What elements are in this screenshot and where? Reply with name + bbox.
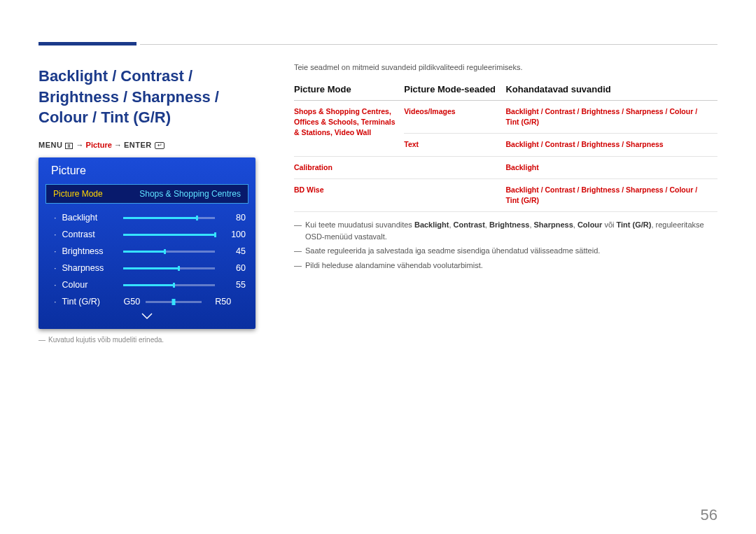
note-text: Saate reguleerida ja salvestada iga sead… — [305, 245, 600, 257]
bullet-icon: · — [54, 230, 56, 239]
note-term: Brightness — [489, 220, 529, 229]
table-row: Calibration Backlight — [294, 156, 718, 178]
chevron-down-icon[interactable] — [38, 310, 255, 323]
th-picture-mode: Picture Mode — [294, 81, 404, 101]
bullet-icon: · — [54, 263, 56, 273]
osd-selected-label: Picture Mode — [53, 189, 103, 199]
cell-seaded — [404, 178, 505, 211]
osd-footnote: ―Kuvatud kujutis võib mudeliti erineda. — [38, 336, 255, 344]
th-seaded: Picture Mode-seaded — [404, 81, 505, 101]
osd-row-value: 60 — [222, 263, 246, 273]
note-term: Sharpness — [534, 220, 573, 229]
osd-row-value: 100 — [222, 230, 246, 239]
osd-row-backlight[interactable]: · Backlight 80 — [38, 209, 255, 226]
note-term: Colour — [578, 220, 602, 229]
bullet-icon: · — [54, 213, 56, 223]
cell-mode-shops: Shops & Shopping Centres, Offices & Scho… — [294, 101, 404, 157]
header-divider — [140, 44, 718, 45]
cell-seaded: Videos/Images — [404, 101, 505, 134]
intro-text: Teie seadmel on mitmeid suvandeid pildik… — [294, 63, 718, 71]
osd-row-value: 45 — [222, 246, 246, 256]
osd-row-colour[interactable]: · Colour 55 — [38, 276, 255, 293]
osd-row-value: 80 — [222, 213, 246, 223]
cell-suvandid: Backlight / Contrast / Brightness / Shar… — [505, 101, 718, 134]
menu-picture: Picture — [86, 141, 112, 149]
enter-label: ENTER — [124, 141, 152, 149]
cell-seaded — [404, 156, 505, 178]
table-row: Shops & Shopping Centres, Offices & Scho… — [294, 101, 718, 134]
tint-g-value: G50 — [123, 297, 140, 307]
cell-seaded: Text — [404, 134, 505, 156]
cell-suvandid: Backlight — [505, 156, 718, 178]
note-text: Pildi heleduse alandamine vähendab voolu… — [305, 260, 483, 272]
arrow-icon: → — [114, 141, 122, 149]
osd-row-label: Colour — [62, 280, 123, 290]
enter-icon — [155, 142, 164, 149]
osd-row-label: Contrast — [62, 230, 123, 239]
slider-track[interactable] — [123, 234, 215, 236]
arrow-icon: → — [76, 141, 84, 149]
slider-track[interactable] — [123, 267, 215, 269]
bullet-icon: · — [54, 297, 56, 307]
menu-icon — [65, 143, 73, 149]
notes-block: ― Kui teete muudatusi suvandites Backlig… — [294, 219, 718, 271]
cell-suvandid: Backlight / Contrast / Brightness / Shar… — [505, 178, 718, 211]
table-row: BD Wise Backlight / Contrast / Brightnes… — [294, 178, 718, 211]
cell-suvandid: Backlight / Contrast / Brightness / Shar… — [505, 134, 718, 156]
page-number: 56 — [701, 506, 718, 524]
osd-row-contrast[interactable]: · Contrast 100 — [38, 226, 255, 243]
bullet-icon: · — [54, 280, 56, 290]
osd-row-tint[interactable]: · Tint (G/R) G50 R50 — [38, 293, 255, 310]
note-term: Contrast — [454, 220, 485, 229]
th-suvandid: Kohandatavad suvandid — [505, 81, 718, 101]
osd-row-label: Backlight — [62, 213, 123, 223]
menu-label: MENU — [38, 141, 62, 149]
bullet-icon: · — [54, 246, 56, 256]
modes-table: Picture Mode Picture Mode-seaded Kohanda… — [294, 81, 718, 212]
slider-track[interactable] — [123, 284, 215, 286]
cell-mode-calibration: Calibration — [294, 156, 404, 178]
note-text: Kui teete muudatusi suvandites — [305, 220, 414, 229]
osd-row-label: Brightness — [62, 246, 123, 256]
note-term: või — [602, 220, 616, 229]
osd-row-label: Sharpness — [62, 263, 123, 273]
osd-row-value: 55 — [222, 280, 246, 290]
menu-path: MENU → Picture → ENTER — [38, 141, 255, 149]
osd-selected-value: Shops & Shopping Centres — [139, 189, 241, 199]
header-accent-bar — [38, 42, 136, 45]
slider-track[interactable] — [123, 251, 215, 253]
osd-row-brightness[interactable]: · Brightness 45 — [38, 243, 255, 260]
note-term: Backlight — [414, 220, 449, 229]
osd-panel: Picture Picture Mode Shops & Shopping Ce… — [38, 157, 255, 329]
osd-row-label: Tint (G/R) — [62, 297, 123, 307]
slider-track[interactable] — [123, 217, 215, 219]
tint-r-value: R50 — [207, 297, 231, 307]
osd-row-sharpness[interactable]: · Sharpness 60 — [38, 260, 255, 276]
osd-selected-row[interactable]: Picture Mode Shops & Shopping Centres — [46, 184, 248, 204]
note-term: Tint (G/R) — [617, 220, 652, 229]
slider-track[interactable] — [146, 301, 202, 303]
page-title: Backlight / Contrast / Brightness / Shar… — [38, 66, 255, 128]
cell-mode-bdwise: BD Wise — [294, 178, 404, 211]
osd-header: Picture — [38, 157, 255, 181]
